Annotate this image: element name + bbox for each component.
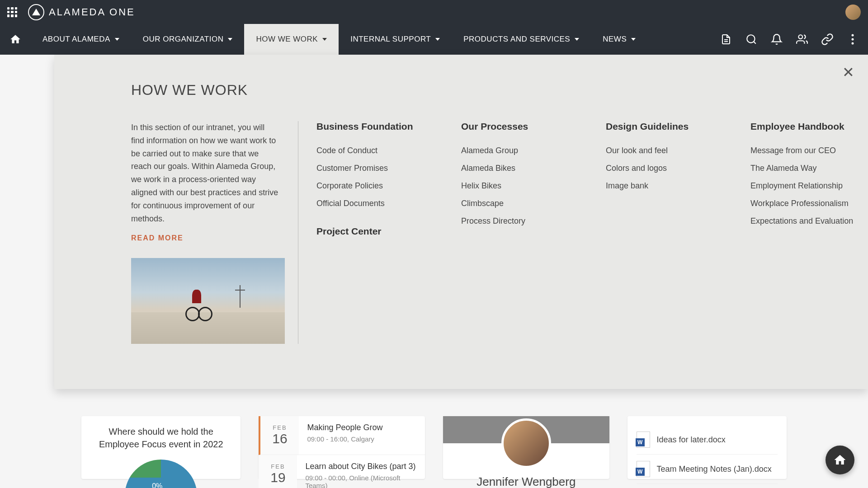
svg-point-4 — [852, 42, 854, 45]
brand-logo[interactable]: ALAMEDA ONE — [28, 4, 135, 20]
file-item[interactable]: Team Meeting Notes (Jan).docx — [637, 455, 778, 484]
profile-widget: Jennifer Wengberg — [443, 416, 609, 479]
nav-products-services[interactable]: PRODUCTS AND SERVICES — [452, 24, 591, 55]
event-item[interactable]: FEB 19 Learn about City Bikes (part 3) 0… — [259, 455, 425, 488]
mega-link[interactable]: Alameda Bikes — [461, 160, 570, 177]
home-fab-button[interactable] — [826, 446, 854, 474]
file-item[interactable]: Ideas for later.docx — [637, 425, 778, 455]
chevron-down-icon — [322, 38, 327, 41]
mega-link[interactable]: The Alameda Way — [750, 160, 859, 177]
files-widget: Ideas for later.docx Team Meeting Notes … — [627, 416, 787, 479]
document-icon[interactable] — [720, 33, 732, 46]
read-more-link[interactable]: READ MORE — [131, 234, 280, 242]
svg-point-1 — [798, 35, 802, 39]
nav-item-label: HOW WE WORK — [256, 35, 318, 44]
event-title: Learn about City Bikes (part 3) — [305, 462, 417, 471]
user-avatar[interactable] — [845, 5, 861, 20]
mega-link[interactable]: Image bank — [606, 177, 714, 195]
mega-link[interactable]: Customer Promises — [316, 160, 425, 177]
chevron-down-icon — [435, 38, 440, 41]
profile-avatar[interactable] — [501, 418, 551, 468]
nav-news[interactable]: NEWS — [591, 24, 647, 55]
people-icon[interactable] — [796, 33, 808, 46]
event-month: FEB — [260, 424, 299, 431]
top-bar: ALAMEDA ONE — [0, 0, 868, 24]
mega-link[interactable]: Colors and logos — [606, 160, 714, 177]
mega-menu-columns: Business Foundation Code of Conduct Cust… — [298, 121, 859, 344]
nav-internal-support[interactable]: INTERNAL SUPPORT — [339, 24, 452, 55]
event-date: FEB 16 — [260, 416, 299, 455]
nav-item-label: PRODUCTS AND SERVICES — [463, 35, 570, 44]
event-day: 19 — [259, 470, 297, 485]
mega-link[interactable]: Official Documents — [316, 195, 425, 212]
svg-point-2 — [852, 34, 854, 37]
event-meta: 09:00 - 16:00, Calgary — [307, 435, 417, 443]
brand-name: ALAMEDA ONE — [49, 6, 135, 18]
event-meta: 09:00 - 00:00, Online (Microsoft Teams) — [305, 474, 417, 488]
mega-col-design-guidelines: Design Guidelines Our look and feel Colo… — [606, 121, 714, 344]
nav-our-organization[interactable]: OUR ORGANIZATION — [131, 24, 245, 55]
events-widget: FEB 16 Making People Grow 09:00 - 16:00,… — [259, 416, 425, 479]
chevron-down-icon — [228, 38, 232, 41]
mega-col-title[interactable]: Employee Handbook — [750, 121, 859, 132]
mega-link[interactable]: Helix Bikes — [461, 177, 570, 195]
mega-col-title[interactable]: Design Guidelines — [606, 121, 714, 132]
more-vertical-icon[interactable] — [846, 33, 859, 46]
mega-link[interactable]: Alameda Group — [461, 142, 570, 160]
event-day: 16 — [260, 431, 299, 446]
chevron-down-icon — [631, 38, 636, 41]
search-icon[interactable] — [745, 33, 758, 46]
close-icon[interactable]: ✕ — [842, 64, 854, 81]
mega-menu-how-we-work: ✕ HOW WE WORK In this section of our int… — [54, 55, 868, 389]
mega-link[interactable]: Process Directory — [461, 212, 570, 230]
mega-link[interactable]: Corporate Policies — [316, 177, 425, 195]
svg-point-3 — [852, 38, 854, 41]
mega-link[interactable]: Workplace Professionalism — [750, 195, 859, 212]
apps-grid-icon[interactable] — [7, 7, 17, 17]
main-nav: ABOUT ALAMEDA OUR ORGANIZATION HOW WE WO… — [0, 24, 868, 55]
event-date: FEB 19 — [259, 455, 297, 488]
mega-link[interactable]: Our look and feel — [606, 142, 714, 160]
home-icon[interactable] — [9, 33, 22, 46]
mega-col-title[interactable]: Project Center — [316, 226, 425, 237]
mega-col-employee-handbook: Employee Handbook Message from our CEO T… — [750, 121, 859, 344]
file-name: Ideas for later.docx — [657, 435, 726, 445]
mega-menu-image — [131, 258, 285, 344]
poll-question: Where should we hold the Employee Focus … — [90, 425, 231, 450]
mega-link[interactable]: Message from our CEO — [750, 142, 859, 160]
mega-link[interactable]: Climbscape — [461, 195, 570, 212]
mega-col-title[interactable]: Business Foundation — [316, 121, 425, 132]
nav-item-label: INTERNAL SUPPORT — [350, 35, 431, 44]
chevron-down-icon — [575, 38, 579, 41]
nav-item-label: NEWS — [603, 35, 627, 44]
event-item[interactable]: FEB 16 Making People Grow 09:00 - 16:00,… — [259, 416, 425, 455]
nav-about-alameda[interactable]: ABOUT ALAMEDA — [31, 24, 131, 55]
poll-widget: Where should we hold the Employee Focus … — [81, 416, 241, 479]
word-doc-icon — [637, 461, 650, 477]
mega-link[interactable]: Employment Relationship — [750, 177, 859, 195]
mega-menu-title: HOW WE WORK — [131, 82, 832, 99]
chevron-down-icon — [115, 38, 119, 41]
bell-icon[interactable] — [770, 33, 783, 46]
mega-link[interactable]: Code of Conduct — [316, 142, 425, 160]
nav-how-we-work[interactable]: HOW WE WORK — [244, 24, 339, 55]
word-doc-icon — [637, 432, 650, 448]
mega-col-title[interactable]: Our Processes — [461, 121, 570, 132]
mega-col-our-processes: Our Processes Alameda Group Alameda Bike… — [461, 121, 570, 344]
mega-link[interactable]: Expectations and Evaluation — [750, 212, 859, 230]
event-month: FEB — [259, 463, 297, 470]
poll-pie-chart: 0% 25% — [125, 460, 197, 488]
link-icon[interactable] — [821, 33, 834, 46]
nav-item-label: OUR ORGANIZATION — [143, 35, 224, 44]
file-name: Team Meeting Notes (Jan).docx — [657, 465, 772, 474]
nav-item-label: ABOUT ALAMEDA — [42, 35, 110, 44]
event-title: Making People Grow — [307, 423, 417, 432]
mega-menu-description: In this section of our intranet, you wil… — [131, 121, 280, 225]
logo-mark-icon — [28, 4, 44, 20]
svg-point-0 — [747, 35, 755, 42]
mega-col-business-foundation: Business Foundation Code of Conduct Cust… — [316, 121, 425, 344]
pie-slice-label: 0% — [152, 482, 162, 488]
